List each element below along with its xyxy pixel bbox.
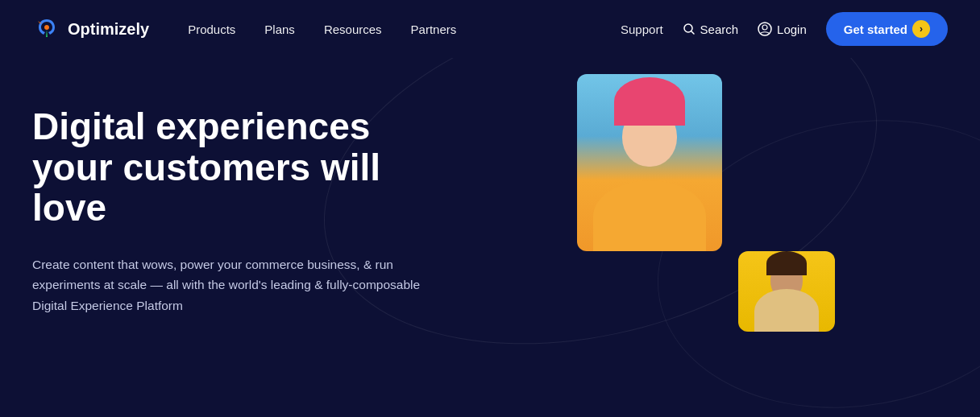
hero-content: Digital experiences your customers will …: [32, 90, 484, 316]
nav-links: Products Plans Resources Partners: [188, 23, 621, 36]
hero-image-collage: [529, 58, 980, 417]
user-icon: [758, 22, 772, 36]
svg-line-2: [691, 31, 694, 34]
nav-partners[interactable]: Partners: [411, 23, 457, 36]
search-button[interactable]: Search: [683, 23, 739, 36]
hero-image-yellow: [738, 251, 835, 332]
nav-plans[interactable]: Plans: [264, 23, 295, 36]
get-started-button[interactable]: Get started ›: [826, 12, 948, 46]
hero-image-pink-hair: [577, 74, 722, 251]
logo-icon: [32, 14, 61, 43]
navigation: Optimizely Products Plans Resources Part…: [0, 0, 980, 58]
brand-name: Optimizely: [68, 20, 149, 39]
logo-link[interactable]: Optimizely: [32, 14, 149, 43]
login-button[interactable]: Login: [758, 22, 807, 36]
login-label: Login: [777, 23, 807, 36]
hero-title: Digital experiences your customers will …: [32, 106, 451, 229]
nav-products[interactable]: Products: [188, 23, 235, 36]
hero-section: Digital experiences your customers will …: [0, 58, 980, 417]
support-link[interactable]: Support: [621, 23, 663, 36]
search-label: Search: [700, 23, 739, 36]
svg-point-4: [762, 25, 767, 30]
get-started-label: Get started: [844, 23, 907, 36]
arrow-circle-icon: ›: [912, 20, 930, 38]
search-icon: [683, 23, 696, 35]
torso-yellow: [754, 289, 819, 332]
torso-shape: [593, 180, 706, 251]
hero-description: Create content that wows, power your com…: [32, 254, 435, 316]
nav-resources[interactable]: Resources: [324, 23, 382, 36]
nav-right: Support Search Login Get started ›: [621, 12, 948, 46]
